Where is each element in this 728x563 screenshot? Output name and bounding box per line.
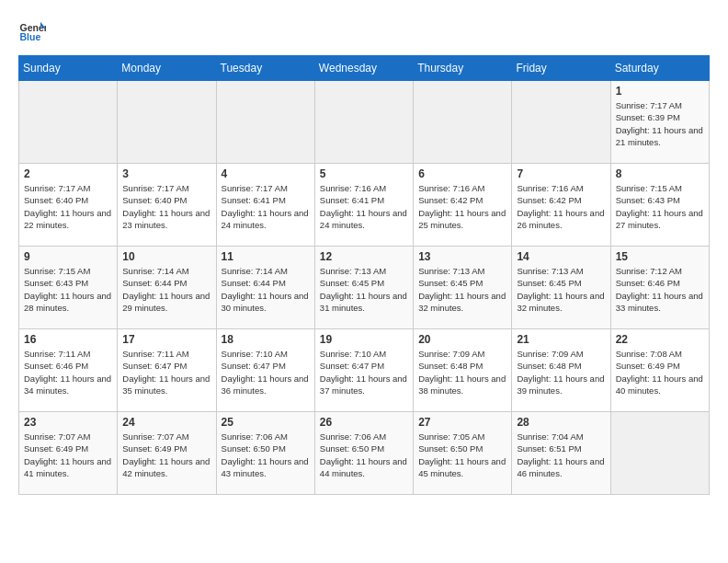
calendar-week-row: 23Sunrise: 7:07 AM Sunset: 6:49 PM Dayli…	[19, 412, 710, 495]
day-number: 15	[616, 250, 704, 263]
day-info: Sunrise: 7:11 AM Sunset: 6:47 PM Dayligh…	[122, 348, 210, 396]
day-of-week-header: Thursday	[414, 56, 512, 81]
day-number: 17	[122, 333, 210, 346]
day-number: 26	[320, 416, 408, 429]
day-number: 28	[517, 416, 605, 429]
calendar-day-cell	[610, 412, 709, 495]
calendar-day-cell: 28Sunrise: 7:04 AM Sunset: 6:51 PM Dayli…	[512, 412, 610, 495]
day-number: 16	[24, 333, 112, 346]
day-info: Sunrise: 7:13 AM Sunset: 6:45 PM Dayligh…	[418, 265, 506, 314]
day-number: 4	[222, 167, 310, 180]
day-info: Sunrise: 7:13 AM Sunset: 6:45 PM Dayligh…	[517, 265, 605, 314]
calendar-day-cell	[216, 81, 314, 164]
calendar-week-row: 2Sunrise: 7:17 AM Sunset: 6:40 PM Daylig…	[19, 164, 710, 247]
calendar-day-cell	[512, 81, 610, 164]
day-number: 7	[517, 167, 605, 180]
day-number: 22	[616, 333, 704, 346]
day-info: Sunrise: 7:10 AM Sunset: 6:47 PM Dayligh…	[222, 348, 310, 396]
day-number: 25	[222, 416, 310, 429]
day-of-week-header: Friday	[512, 56, 610, 81]
calendar-day-cell: 27Sunrise: 7:05 AM Sunset: 6:50 PM Dayli…	[414, 412, 512, 495]
svg-text:Blue: Blue	[20, 31, 41, 42]
day-number: 19	[320, 333, 408, 346]
page-header: General Blue	[18, 18, 710, 46]
calendar-day-cell: 25Sunrise: 7:06 AM Sunset: 6:50 PM Dayli…	[216, 412, 314, 495]
calendar-day-cell	[118, 81, 216, 164]
calendar-header-row: SundayMondayTuesdayWednesdayThursdayFrid…	[19, 56, 710, 81]
day-info: Sunrise: 7:16 AM Sunset: 6:41 PM Dayligh…	[320, 182, 408, 231]
day-number: 9	[24, 250, 112, 263]
day-number: 13	[418, 250, 506, 263]
calendar-day-cell: 21Sunrise: 7:09 AM Sunset: 6:48 PM Dayli…	[512, 329, 610, 412]
day-number: 1	[616, 85, 704, 98]
day-info: Sunrise: 7:09 AM Sunset: 6:48 PM Dayligh…	[517, 348, 605, 396]
day-number: 27	[418, 416, 506, 429]
day-info: Sunrise: 7:16 AM Sunset: 6:42 PM Dayligh…	[517, 182, 605, 231]
day-number: 6	[418, 167, 506, 180]
calendar-day-cell: 20Sunrise: 7:09 AM Sunset: 6:48 PM Dayli…	[414, 329, 512, 412]
day-of-week-header: Saturday	[610, 56, 709, 81]
calendar-day-cell: 8Sunrise: 7:15 AM Sunset: 6:43 PM Daylig…	[610, 164, 709, 247]
day-info: Sunrise: 7:17 AM Sunset: 6:40 PM Dayligh…	[122, 182, 210, 231]
day-number: 18	[222, 333, 310, 346]
day-info: Sunrise: 7:07 AM Sunset: 6:49 PM Dayligh…	[24, 431, 112, 479]
calendar-table: SundayMondayTuesdayWednesdayThursdayFrid…	[18, 55, 710, 495]
day-number: 21	[517, 333, 605, 346]
day-info: Sunrise: 7:06 AM Sunset: 6:50 PM Dayligh…	[320, 431, 408, 479]
calendar-day-cell: 4Sunrise: 7:17 AM Sunset: 6:41 PM Daylig…	[216, 164, 314, 247]
calendar-day-cell: 16Sunrise: 7:11 AM Sunset: 6:46 PM Dayli…	[19, 329, 118, 412]
day-info: Sunrise: 7:16 AM Sunset: 6:42 PM Dayligh…	[418, 182, 506, 231]
day-info: Sunrise: 7:13 AM Sunset: 6:45 PM Dayligh…	[320, 265, 408, 314]
calendar-day-cell: 13Sunrise: 7:13 AM Sunset: 6:45 PM Dayli…	[414, 247, 512, 329]
calendar-day-cell: 2Sunrise: 7:17 AM Sunset: 6:40 PM Daylig…	[19, 164, 118, 247]
day-info: Sunrise: 7:17 AM Sunset: 6:41 PM Dayligh…	[222, 182, 310, 231]
calendar-day-cell: 3Sunrise: 7:17 AM Sunset: 6:40 PM Daylig…	[118, 164, 216, 247]
day-number: 12	[320, 250, 408, 263]
calendar-day-cell: 9Sunrise: 7:15 AM Sunset: 6:43 PM Daylig…	[19, 247, 118, 329]
day-info: Sunrise: 7:15 AM Sunset: 6:43 PM Dayligh…	[616, 182, 704, 231]
calendar-day-cell	[314, 81, 413, 164]
day-of-week-header: Tuesday	[216, 56, 314, 81]
calendar-day-cell: 24Sunrise: 7:07 AM Sunset: 6:49 PM Dayli…	[118, 412, 216, 495]
day-info: Sunrise: 7:17 AM Sunset: 6:40 PM Dayligh…	[24, 182, 112, 231]
calendar-body: 1Sunrise: 7:17 AM Sunset: 6:39 PM Daylig…	[19, 81, 710, 495]
calendar-day-cell: 22Sunrise: 7:08 AM Sunset: 6:49 PM Dayli…	[610, 329, 709, 412]
day-of-week-header: Wednesday	[314, 56, 413, 81]
day-of-week-header: Monday	[118, 56, 216, 81]
calendar-day-cell	[414, 81, 512, 164]
calendar-day-cell: 10Sunrise: 7:14 AM Sunset: 6:44 PM Dayli…	[118, 247, 216, 329]
day-info: Sunrise: 7:14 AM Sunset: 6:44 PM Dayligh…	[222, 265, 310, 314]
calendar-day-cell: 18Sunrise: 7:10 AM Sunset: 6:47 PM Dayli…	[216, 329, 314, 412]
day-number: 3	[122, 167, 210, 180]
logo: General Blue	[18, 18, 46, 46]
calendar-day-cell: 15Sunrise: 7:12 AM Sunset: 6:46 PM Dayli…	[610, 247, 709, 329]
calendar-day-cell: 12Sunrise: 7:13 AM Sunset: 6:45 PM Dayli…	[314, 247, 413, 329]
day-number: 10	[122, 250, 210, 263]
day-number: 5	[320, 167, 408, 180]
calendar-day-cell: 23Sunrise: 7:07 AM Sunset: 6:49 PM Dayli…	[19, 412, 118, 495]
calendar-day-cell: 6Sunrise: 7:16 AM Sunset: 6:42 PM Daylig…	[414, 164, 512, 247]
calendar-day-cell: 17Sunrise: 7:11 AM Sunset: 6:47 PM Dayli…	[118, 329, 216, 412]
calendar-day-cell: 1Sunrise: 7:17 AM Sunset: 6:39 PM Daylig…	[610, 81, 709, 164]
day-number: 20	[418, 333, 506, 346]
day-info: Sunrise: 7:04 AM Sunset: 6:51 PM Dayligh…	[517, 431, 605, 479]
calendar-week-row: 1Sunrise: 7:17 AM Sunset: 6:39 PM Daylig…	[19, 81, 710, 164]
day-info: Sunrise: 7:12 AM Sunset: 6:46 PM Dayligh…	[616, 265, 704, 314]
day-info: Sunrise: 7:08 AM Sunset: 6:49 PM Dayligh…	[616, 348, 704, 396]
day-number: 24	[122, 416, 210, 429]
calendar-day-cell: 14Sunrise: 7:13 AM Sunset: 6:45 PM Dayli…	[512, 247, 610, 329]
logo-icon: General Blue	[18, 18, 46, 46]
day-info: Sunrise: 7:14 AM Sunset: 6:44 PM Dayligh…	[122, 265, 210, 314]
day-number: 23	[24, 416, 112, 429]
calendar-day-cell: 19Sunrise: 7:10 AM Sunset: 6:47 PM Dayli…	[314, 329, 413, 412]
day-number: 2	[24, 167, 112, 180]
calendar-week-row: 16Sunrise: 7:11 AM Sunset: 6:46 PM Dayli…	[19, 329, 710, 412]
calendar-day-cell: 11Sunrise: 7:14 AM Sunset: 6:44 PM Dayli…	[216, 247, 314, 329]
day-info: Sunrise: 7:17 AM Sunset: 6:39 PM Dayligh…	[616, 99, 704, 148]
day-of-week-header: Sunday	[19, 56, 118, 81]
calendar-day-cell: 5Sunrise: 7:16 AM Sunset: 6:41 PM Daylig…	[314, 164, 413, 247]
day-info: Sunrise: 7:15 AM Sunset: 6:43 PM Dayligh…	[24, 265, 112, 314]
calendar-day-cell: 26Sunrise: 7:06 AM Sunset: 6:50 PM Dayli…	[314, 412, 413, 495]
day-number: 11	[222, 250, 310, 263]
day-info: Sunrise: 7:06 AM Sunset: 6:50 PM Dayligh…	[222, 431, 310, 479]
